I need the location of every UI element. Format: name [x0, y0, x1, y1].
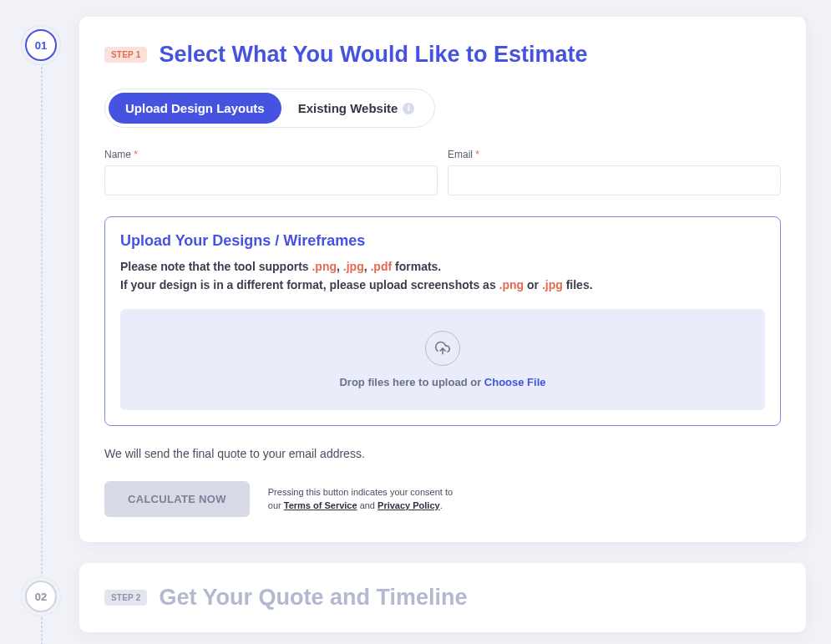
tab-upload-design[interactable]: Upload Design Layouts	[109, 93, 281, 124]
step-rail: 01 02	[25, 17, 58, 644]
step2-title: Get Your Quote and Timeline	[159, 585, 467, 611]
upload-panel: Upload Your Designs / Wireframes Please …	[104, 216, 781, 426]
step1-badge: STEP 1	[104, 47, 147, 63]
email-input[interactable]	[448, 165, 781, 195]
step1-card: STEP 1 Select What You Would Like to Est…	[79, 17, 806, 542]
upload-format-note: Please note that the tool supports .png,…	[120, 258, 765, 294]
upload-panel-title: Upload Your Designs / Wireframes	[120, 232, 765, 250]
step2-card: STEP 2 Get Your Quote and Timeline	[79, 563, 806, 632]
email-quote-note: We will send the final quote to your ema…	[104, 447, 781, 460]
step1-title: Select What You Would Like to Estimate	[159, 42, 587, 68]
tab-label: Upload Design Layouts	[125, 101, 265, 115]
estimate-mode-tabs: Upload Design Layouts Existing Website i	[104, 89, 435, 128]
step-indicator-1: 01	[25, 29, 57, 61]
terms-of-service-link[interactable]: Terms of Service	[284, 500, 357, 510]
dropzone-text: Drop files here to upload or Choose File	[142, 376, 743, 388]
tab-label: Existing Website	[298, 101, 398, 115]
tab-existing-website[interactable]: Existing Website i	[281, 93, 432, 124]
email-label: Email *	[448, 149, 781, 160]
step2-badge: STEP 2	[104, 590, 147, 606]
cloud-upload-icon	[425, 331, 460, 366]
file-dropzone[interactable]: Drop files here to upload or Choose File	[120, 309, 765, 410]
privacy-policy-link[interactable]: Privacy Policy	[377, 500, 440, 510]
choose-file-link[interactable]: Choose File	[484, 376, 546, 388]
step1-header: STEP 1 Select What You Would Like to Est…	[104, 42, 781, 68]
info-icon: i	[403, 103, 414, 114]
step-indicator-2: 02	[25, 581, 57, 612]
consent-text: Pressing this button indicates your cons…	[268, 486, 469, 513]
name-label: Name *	[104, 149, 438, 160]
calculate-now-button[interactable]: CALCULATE NOW	[104, 481, 250, 517]
name-input[interactable]	[104, 165, 438, 195]
